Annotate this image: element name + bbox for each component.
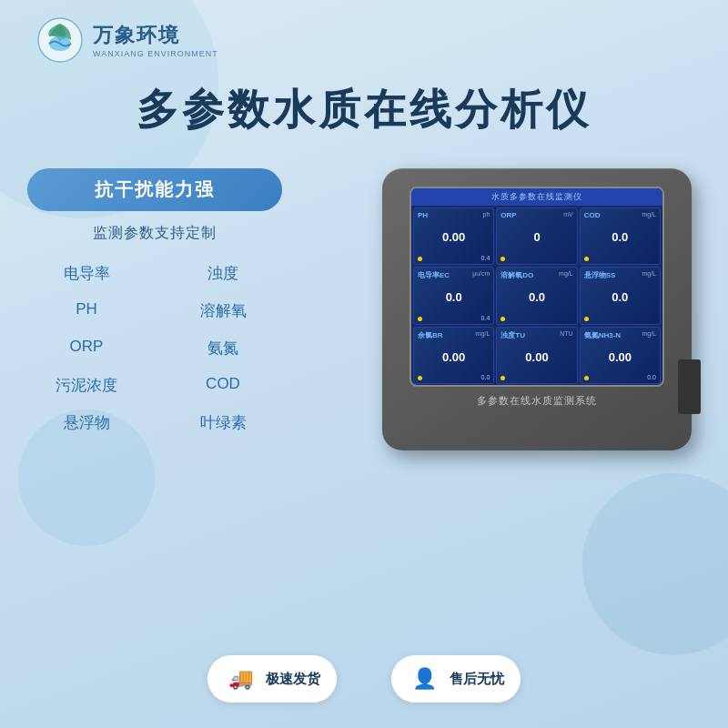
feature-item: 氨氮 [164,334,282,362]
logo-en: WANXIANG ENVIRONMENT [93,49,218,58]
main-title: 多参数水质在线分析仪 [0,82,728,138]
logo-icon [36,16,84,64]
screen-cell: ORPmV0 [496,207,577,265]
badge: 👤售后无忧 [391,655,521,703]
bottom-badges: 🚚极速发货👤售后无忧 [0,655,728,703]
badge: 🚚极速发货 [207,655,337,703]
screen-cell: 浊度TUNTU0.00 [496,327,577,384]
device-cable [678,359,701,414]
screen-title: 水质多参数在线监测仪 [411,188,662,206]
features-panel: 抗干扰能力强 监测参数支持定制 电导率浊度PH溶解氧ORP氨氮污泥浓度COD悬浮… [27,168,282,437]
feature-highlight: 抗干扰能力强 [27,168,282,211]
screen-cell: 氨氮NH3-Nmg/L0.000.0 [580,327,661,384]
screen-cell: 悬浮物SSmg/L0.0 [580,267,661,324]
feature-subtitle: 监测参数支持定制 [27,224,282,243]
badge-icon: 👤 [408,662,440,695]
feature-item: 污泥浓度 [27,371,146,399]
screen-cell: CODmg/L0.0 [580,207,661,265]
feature-item: COD [164,371,282,399]
feature-item: 溶解氧 [164,297,282,325]
feature-item: 悬浮物 [27,409,146,437]
logo-cn: 万象环境 [93,22,218,49]
badge-text: 极速发货 [266,671,320,688]
screen-cell: 电导率ECμu/cm0.00.4 [413,267,494,324]
feature-grid: 电导率浊度PH溶解氧ORP氨氮污泥浓度COD悬浮物叶绿素 [27,259,282,437]
device-label: 多参数在线水质监测系统 [400,394,673,408]
feature-item: PH [27,297,146,325]
feature-item: 电导率 [27,259,146,288]
badge-text: 售后无忧 [450,671,504,688]
bg-decor-2 [582,473,728,655]
feature-item: 浊度 [164,259,282,288]
feature-item: ORP [27,334,146,362]
logo-area: 万象环境 WANXIANG ENVIRONMENT [36,16,218,64]
screen-cell: 溶解氧DOmg/L0.0 [496,267,577,324]
device-box: 水质多参数在线监测仪 PHph0.000.4ORPmV0CODmg/L0.0电导… [382,168,692,450]
logo-text: 万象环境 WANXIANG ENVIRONMENT [93,22,218,58]
screen-grid: PHph0.000.4ORPmV0CODmg/L0.0电导率ECμu/cm0.0… [411,206,662,386]
device-area: 水质多参数在线监测仪 PHph0.000.4ORPmV0CODmg/L0.0电导… [382,168,710,478]
badge-icon: 🚚 [224,662,257,695]
feature-item: 叶绿素 [164,409,282,437]
screen-cell: PHph0.000.4 [413,207,494,265]
device-screen: 水质多参数在线监测仪 PHph0.000.4ORPmV0CODmg/L0.0电导… [410,187,664,387]
screen-cell: 余氯BRmg/L0.000.0 [413,327,494,384]
